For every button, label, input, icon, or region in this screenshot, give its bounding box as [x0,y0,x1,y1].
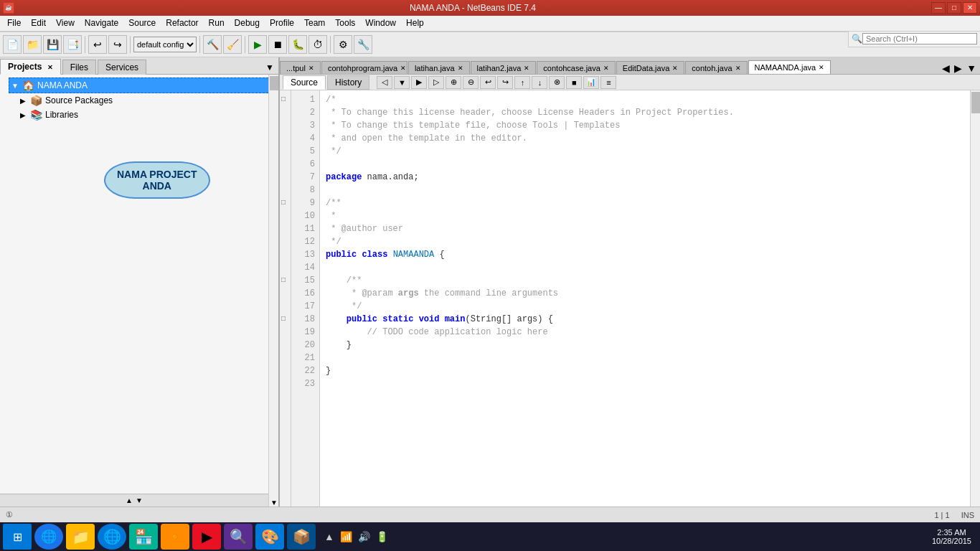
tab-contohcase-close[interactable]: ✕ [603,65,609,72]
src-btn-14[interactable]: ≡ [600,76,616,89]
tab-tpul-close[interactable]: ✕ [308,65,314,72]
menu-edit[interactable]: Edit [27,17,50,29]
tab-nav-right[interactable]: ▶ [952,62,964,74]
panel-scroll-down[interactable]: ▼ [270,499,278,507]
src-btn-13[interactable]: 📊 [583,76,599,89]
close-button[interactable]: ✕ [963,2,977,14]
editor-tab-contoh[interactable]: contoh.java ✕ [685,61,747,75]
tree-item-source-packages[interactable]: ▶ 📦 Source Packages [17,93,275,108]
menu-tools[interactable]: Tools [331,17,359,29]
stop-button[interactable]: ⏹ [268,35,287,54]
src-btn-5[interactable]: ⊕ [446,76,461,89]
src-btn-11[interactable]: ⊗ [549,76,565,89]
tray-up-icon[interactable]: ▲ [324,531,334,542]
tray-battery-icon[interactable]: 🔋 [376,531,388,542]
tray-network-icon[interactable]: 📶 [340,531,352,542]
minimize-button[interactable]: — [931,2,946,14]
tb-extra-1[interactable]: ⚙ [334,35,352,54]
fold-15[interactable]: □ [281,274,289,287]
menu-window[interactable]: Window [361,17,400,29]
tab-services[interactable]: Services [98,60,146,75]
tab-nav-down[interactable]: ▼ [964,62,979,74]
menu-profile[interactable]: Profile [265,17,298,29]
src-btn-9[interactable]: ↑ [514,76,530,89]
tab-files[interactable]: Files [62,60,96,75]
editor-tab-editdata[interactable]: EditData.java ✕ [616,61,684,75]
fold-1[interactable]: □ [281,93,289,106]
tab-nav-left[interactable]: ◀ [940,62,952,74]
projects-tab-close[interactable]: ✕ [47,64,53,71]
editor-tab-latihan[interactable]: latihan.java ✕ [408,61,470,75]
source-tab-source[interactable]: Source [283,75,326,90]
package-taskbar-icon[interactable]: 📦 [287,524,316,550]
tab-contohprogram-close[interactable]: ✕ [400,65,406,72]
tab-latihan2-close[interactable]: ✕ [524,65,529,72]
profile-button[interactable]: ⏱ [308,35,327,54]
menu-source[interactable]: Source [124,17,160,29]
taskbar-time[interactable]: 2:35 AM 10/28/2015 [926,528,977,545]
run-button[interactable]: ▶ [248,35,267,54]
code-content[interactable]: /* * To change this license header, choo… [320,90,970,507]
menu-help[interactable]: Help [402,17,428,29]
ie-taskbar-icon[interactable]: 🌐 [98,524,126,550]
menu-navigate[interactable]: Navigate [80,17,123,29]
src-btn-8[interactable]: ↪ [497,76,513,89]
search-input[interactable] [862,33,977,44]
menu-team[interactable]: Team [300,17,329,29]
source-tab-history[interactable]: History [327,75,369,90]
editor-tab-namaanda[interactable]: NAMAANDA.java ✕ [748,60,831,75]
app5-taskbar-icon[interactable]: 🔸 [161,524,189,550]
tab-projects[interactable]: Projects ✕ [0,59,61,75]
src-btn-2[interactable]: ▼ [394,76,410,89]
menu-refactor[interactable]: Refactor [161,17,202,29]
clean-button[interactable]: 🧹 [223,35,242,54]
panel-scroll-down-btn[interactable]: ▼ [136,496,143,504]
fold-9[interactable]: □ [281,197,289,209]
menu-view[interactable]: View [52,17,79,29]
tree-source-toggle[interactable]: ▶ [19,97,27,105]
tab-latihan-close[interactable]: ✕ [458,65,463,72]
tree-root-item[interactable]: ▼ 🏠 NAMA ANDA [9,77,275,93]
tab-contoh-close[interactable]: ✕ [735,65,741,72]
maximize-button[interactable]: □ [947,2,961,14]
tray-volume-icon[interactable]: 🔊 [358,531,370,542]
src-btn-4[interactable]: ▷ [428,76,444,89]
panel-scrollbar-thumb[interactable] [270,76,278,90]
editor-scrollbar-thumb[interactable] [971,92,980,113]
new-button[interactable]: 📄 [3,35,22,54]
redo-button[interactable]: ↪ [108,35,127,54]
menu-file[interactable]: File [3,17,25,29]
panel-scroll-up-btn[interactable]: ▲ [126,496,133,504]
paint-taskbar-icon[interactable]: 🎨 [255,524,284,550]
config-select[interactable]: default config [133,37,197,52]
tab-editdata-close[interactable]: ✕ [672,65,678,72]
search2-taskbar-icon[interactable]: 🔍 [224,524,253,550]
menu-debug[interactable]: Debug [230,17,264,29]
src-btn-6[interactable]: ⊖ [463,76,479,89]
editor-tab-latihan2[interactable]: latihan2.java ✕ [471,61,537,75]
src-btn-1[interactable]: ◁ [377,76,392,89]
tree-libraries-toggle[interactable]: ▶ [19,111,27,119]
tree-root-toggle[interactable]: ▼ [11,82,19,90]
panel-scrollbar[interactable]: ▼ [268,75,278,507]
editor-tab-tpul[interactable]: ...tpul ✕ [280,61,321,75]
editor-scrollbar[interactable] [970,90,980,507]
undo-button[interactable]: ↩ [88,35,107,54]
menu-run[interactable]: Run [204,17,229,29]
panel-collapse-button[interactable]: ▼ [261,61,278,74]
fold-18[interactable]: □ [281,313,289,326]
media-taskbar-icon[interactable]: ▶ [192,524,221,550]
src-btn-7[interactable]: ↩ [480,76,496,89]
debug-button[interactable]: 🐛 [288,35,307,54]
editor-tab-contohcase[interactable]: contohcase.java ✕ [537,61,616,75]
tab-namaanda-close[interactable]: ✕ [819,64,824,71]
tree-item-libraries[interactable]: ▶ 📚 Libraries [17,108,275,122]
store-taskbar-icon[interactable]: 🏪 [129,524,158,550]
chrome-taskbar-icon[interactable]: 🌐 [34,524,63,550]
build-button[interactable]: 🔨 [203,35,222,54]
explorer-taskbar-icon[interactable]: 📁 [66,524,95,550]
src-btn-12[interactable]: ■ [566,76,582,89]
tb-extra-2[interactable]: 🔧 [354,35,372,54]
start-button[interactable]: ⊞ [3,524,32,550]
save-all-button[interactable]: 📑 [63,35,82,54]
